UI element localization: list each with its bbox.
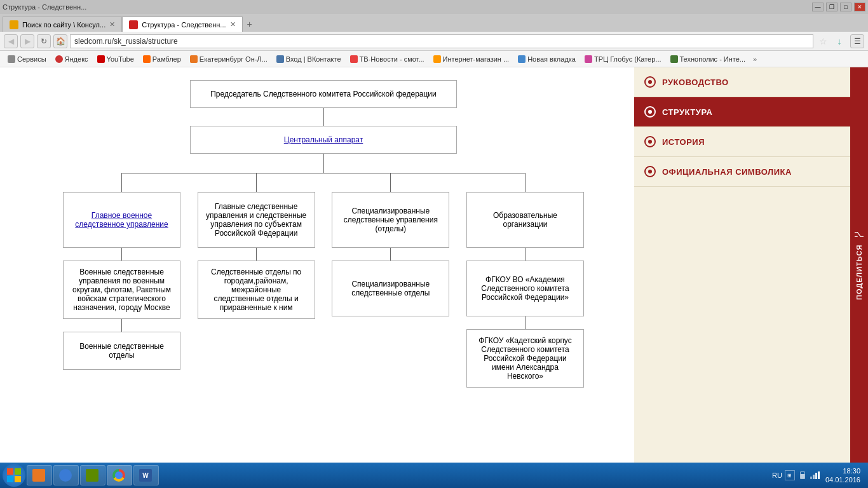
bookmark-globus[interactable]: ТРЦ Глобус (Катер...	[581, 54, 665, 64]
tab-2[interactable]: Структура - Следственн... ✕	[122, 17, 242, 32]
sub-box-4-1: ФГКОУ ВО «Академия Следственного комитет…	[466, 261, 584, 316]
h-connector-wrapper	[63, 154, 584, 192]
branch-box-4: Образовательные организации	[466, 192, 584, 248]
org-central-link[interactable]: Центральный аппарат	[284, 135, 363, 144]
bookmark-yandex[interactable]: Яндекс	[51, 54, 92, 64]
system-tray: RU ⊞ 18:30 04.01.2016	[767, 466, 865, 485]
branch-col-3: Специализированные следственные управлен…	[332, 192, 449, 316]
sidebar-item-struktura[interactable]: СТРУКТУРА	[634, 97, 850, 127]
bookmark-youtube[interactable]: YouTube	[93, 54, 138, 64]
locale-indicator: RU	[772, 471, 782, 479]
address-text: sledcom.ru/sk_russia/structure	[74, 37, 178, 46]
bookmark-tv[interactable]: ТВ-Новости - смот...	[346, 54, 428, 64]
address-bar[interactable]: sledcom.ru/sk_russia/structure	[70, 34, 813, 48]
star-button[interactable]: ☆	[816, 34, 830, 48]
close-button[interactable]: ✕	[854, 3, 865, 11]
bookmark-servisy[interactable]: Сервисы	[4, 54, 50, 64]
branch-4-label: Образовательные организации	[475, 211, 576, 229]
bookmarks-bar: Сервисы Яндекс YouTube Рамблер Екатеринб…	[0, 51, 868, 67]
branch-1-label: Главное военное следственное управление	[71, 211, 172, 229]
org-chart: Председатель Следственного комитета Росс…	[19, 80, 628, 388]
back-button[interactable]: ◀	[4, 34, 18, 48]
taskbar-browser2[interactable]	[53, 465, 79, 485]
org-central-box[interactable]: Центральный аппарат	[190, 126, 457, 154]
sidebar-item-istoriya[interactable]: ИСТОРИЯ	[634, 127, 850, 157]
taskbar-chrome[interactable]	[107, 465, 132, 485]
clock-date: 04.01.2016	[825, 475, 860, 484]
sub-box-3-1: Специализированные следственные отделы	[332, 261, 449, 316]
sub-box-2-1: Следственные отделы по городам,районам, …	[198, 261, 315, 319]
branch-col-4: Образовательные организации ФГКОУ ВО «Ак…	[466, 192, 584, 388]
window-title: Структура - Следственн...	[3, 3, 86, 11]
tab-2-label: Структура - Следственн...	[142, 21, 226, 29]
branch-box-3: Специализированные следственные управлен…	[332, 192, 449, 248]
bookmark-technopolis[interactable]: Технополис - Инте...	[667, 54, 750, 64]
sub-box-1-1: Военные следственные управления по военн…	[63, 261, 180, 319]
branch-box-2: Главные следственные управления и следст…	[198, 192, 315, 248]
tab-2-close[interactable]: ✕	[230, 20, 236, 29]
sidebar-circle-simvolika	[644, 166, 656, 177]
sidebar-label-struktura: СТРУКТУРА	[662, 107, 712, 117]
new-tab-button[interactable]: +	[243, 17, 257, 32]
sidebar-label-rukovodstvo: РУКОВОДСТВО	[662, 78, 729, 87]
tab-1-close[interactable]: ✕	[109, 20, 115, 29]
share-icon: ⌥	[854, 230, 864, 240]
title-bar: Структура - Следственн... — ❐ □ ✕	[0, 0, 868, 14]
sub-box-1-2: Военные следственные отделы	[63, 332, 180, 370]
sidebar: РУКОВОДСТВО СТРУКТУРА ИСТОРИЯ ОФИЦИАЛЬНА…	[634, 67, 850, 463]
branch-col-2: Главные следственные управления и следст…	[198, 192, 315, 319]
nav-bar: ◀ ▶ ↻ 🏠 sledcom.ru/sk_russia/structure ☆…	[0, 32, 868, 51]
bookmark-ekaterinburg[interactable]: Екатеринбург Он-Л...	[186, 54, 271, 64]
main-content-area: Председатель Следственного комитета Росс…	[0, 67, 868, 463]
sub-2-1-label: Следственные отделы по городам,районам, …	[206, 268, 307, 312]
clock-time: 18:30	[843, 466, 860, 475]
settings-button[interactable]: ☰	[850, 34, 864, 48]
browser-window: Структура - Следственн... — ❐ □ ✕ Поиск …	[0, 0, 868, 67]
tab-1[interactable]: Поиск по сайту \ Консул... ✕	[3, 17, 122, 32]
tab-bar: Поиск по сайту \ Консул... ✕ Структура -…	[0, 14, 868, 32]
bookmark-new-tab[interactable]: Новая вкладка	[514, 54, 580, 64]
taskbar-explorer[interactable]	[80, 465, 105, 485]
sub-4-1-label: ФГКОУ ВО «Академия Следственного комитет…	[475, 275, 576, 302]
branch-3-label: Специализированные следственные управлен…	[340, 207, 441, 233]
restore-button[interactable]: ❐	[826, 3, 837, 11]
download-button[interactable]: ↓	[832, 34, 846, 48]
page-content: Председатель Следственного комитета Росс…	[0, 67, 634, 463]
reload-button[interactable]: ↻	[37, 34, 51, 48]
org-top-label: Председатель Следственного комитета Росс…	[210, 90, 437, 98]
share-label: ПОДЕЛИТЬСЯ	[855, 244, 863, 299]
tab-1-label: Поиск по сайту \ Консул...	[22, 21, 105, 29]
taskbar: W RU ⊞ 18:30 04.01.2016	[0, 463, 868, 488]
branch-box-1[interactable]: Главное военное следственное управление	[63, 192, 180, 248]
sidebar-item-rukovodstvo[interactable]: РУКОВОДСТВО	[634, 67, 850, 97]
org-top-box: Председатель Следственного комитета Росс…	[190, 80, 457, 108]
sub-4-2-label: ФГКОУ «Кадетский корпус Следственного ко…	[475, 336, 576, 381]
taskbar-browser1[interactable]	[27, 465, 52, 485]
sidebar-circle-rukovodstvo	[644, 76, 656, 88]
sub-1-1-label: Военные следственные управления по военн…	[71, 268, 172, 312]
bookmark-rambler[interactable]: Рамблер	[139, 54, 185, 64]
taskbar-word[interactable]: W	[133, 465, 159, 485]
branch-row: Главное военное следственное управление …	[63, 192, 584, 388]
more-bookmarks[interactable]: »	[750, 54, 759, 64]
sidebar-circle-istoriya	[644, 136, 656, 147]
sidebar-label-istoriya: ИСТОРИЯ	[662, 137, 705, 147]
share-button[interactable]: ПОДЕЛИТЬСЯ ⌥	[850, 67, 868, 463]
bookmark-vkontakte[interactable]: Вход | ВКонтакте	[273, 54, 345, 64]
sub-box-4-2: ФГКОУ «Кадетский корпус Следственного ко…	[466, 329, 584, 388]
sidebar-item-simvolika[interactable]: ОФИЦИАЛЬНАЯ СИМВОЛИКА	[634, 157, 850, 187]
sidebar-label-simvolika: ОФИЦИАЛЬНАЯ СИМВОЛИКА	[662, 167, 792, 177]
branch-col-1: Главное военное следственное управление …	[63, 192, 180, 370]
forward-button[interactable]: ▶	[20, 34, 34, 48]
bookmark-internet-shop[interactable]: Интернет-магазин ...	[430, 54, 513, 64]
branch-2-label: Главные следственные управления и следст…	[206, 202, 307, 238]
home-button[interactable]: 🏠	[53, 34, 67, 48]
connector-top-central	[323, 108, 324, 126]
sidebar-circle-struktura	[644, 106, 656, 118]
minimize-button[interactable]: —	[812, 3, 824, 11]
sub-3-1-label: Специализированные следственные отделы	[340, 280, 441, 297]
maximize-button[interactable]: □	[840, 3, 851, 11]
start-button[interactable]	[3, 464, 25, 487]
sub-1-2-label: Военные следственные отделы	[71, 342, 172, 360]
